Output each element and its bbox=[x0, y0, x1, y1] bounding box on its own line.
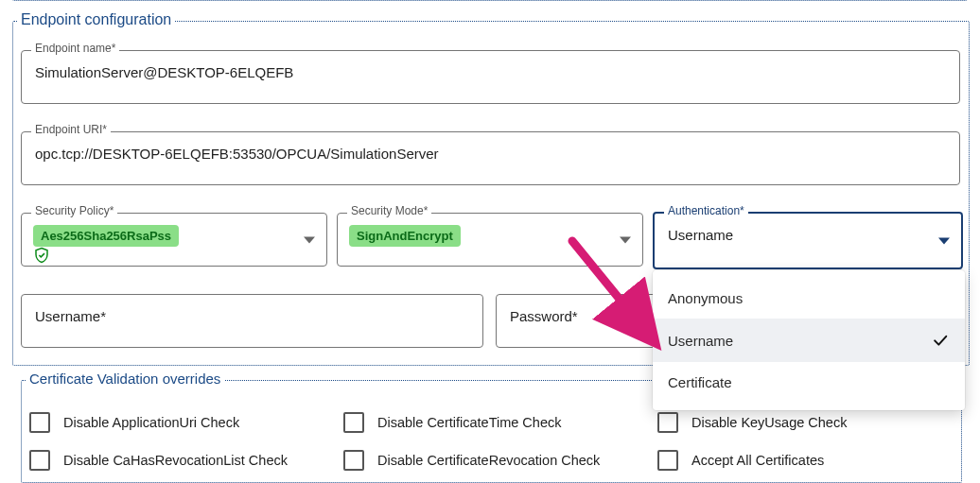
cert-check-label: Disable CertificateTime Check bbox=[377, 415, 561, 430]
caret-down-icon bbox=[304, 234, 315, 246]
checkbox-icon[interactable] bbox=[343, 450, 364, 471]
cert-check-2[interactable]: Disable KeyUsage Check bbox=[657, 412, 847, 433]
security-policy-value: Aes256Sha256RsaPss bbox=[41, 229, 171, 243]
checkbox-icon[interactable] bbox=[657, 412, 678, 433]
username-placeholder: Username* bbox=[22, 295, 482, 337]
endpoint-name-field[interactable]: Endpoint name* SimulationServer@DESKTOP-… bbox=[21, 50, 960, 104]
section-title: Endpoint configuration bbox=[17, 11, 175, 28]
authentication-label: Authentication* bbox=[664, 205, 748, 216]
cert-check-label: Disable KeyUsage Check bbox=[691, 415, 847, 430]
security-mode-label: Security Mode* bbox=[347, 205, 431, 216]
cert-check-3[interactable]: Disable CaHasRevocationList Check bbox=[29, 450, 288, 471]
auth-option-label: Username bbox=[668, 333, 733, 349]
top-dashed-border bbox=[12, 0, 968, 1]
auth-option-0[interactable]: Anonymous bbox=[653, 278, 965, 319]
endpoint-name-label: Endpoint name* bbox=[31, 43, 119, 54]
endpoint-uri-value: opc.tcp://DESKTOP-6ELQEFB:53530/OPCUA/Si… bbox=[22, 132, 959, 175]
checkbox-icon[interactable] bbox=[29, 450, 50, 471]
cert-check-label: Accept All Certificates bbox=[691, 453, 824, 468]
endpoint-name-value: SimulationServer@DESKTOP-6ELQEFB bbox=[22, 51, 959, 94]
shield-icon bbox=[33, 247, 289, 264]
username-field[interactable]: Username* bbox=[21, 294, 483, 348]
cert-check-label: Disable CertificateRevocation Check bbox=[377, 453, 600, 468]
auth-option-1[interactable]: Username bbox=[653, 319, 965, 362]
security-policy-chip: Aes256Sha256RsaPss bbox=[33, 225, 179, 247]
cert-check-label: Disable ApplicationUri Check bbox=[63, 415, 239, 430]
endpoint-uri-field[interactable]: Endpoint URI* opc.tcp://DESKTOP-6ELQEFB:… bbox=[21, 131, 960, 185]
cert-check-0[interactable]: Disable ApplicationUri Check bbox=[29, 412, 239, 433]
cert-check-5[interactable]: Accept All Certificates bbox=[657, 450, 824, 471]
caret-down-icon bbox=[938, 235, 950, 247]
endpoint-uri-label: Endpoint URI* bbox=[31, 124, 111, 135]
authentication-dropdown[interactable]: Anonymous Username Certificate bbox=[653, 270, 965, 410]
security-mode-chip: SignAndEncrypt bbox=[349, 225, 461, 247]
security-policy-label: Security Policy* bbox=[31, 205, 117, 216]
checkbox-icon[interactable] bbox=[343, 412, 364, 433]
cert-check-label: Disable CaHasRevocationList Check bbox=[63, 453, 288, 468]
security-policy-select[interactable]: Security Policy* Aes256Sha256RsaPss bbox=[21, 213, 327, 267]
auth-option-label: Certificate bbox=[668, 374, 732, 390]
annotation-arrow-icon bbox=[558, 232, 672, 364]
auth-option-2[interactable]: Certificate bbox=[653, 362, 965, 403]
security-mode-value: SignAndEncrypt bbox=[357, 229, 453, 243]
checkbox-icon[interactable] bbox=[657, 450, 678, 471]
authentication-value: Username bbox=[655, 214, 961, 256]
svg-line-0 bbox=[572, 241, 651, 337]
checkbox-icon[interactable] bbox=[29, 412, 50, 433]
cert-check-4[interactable]: Disable CertificateRevocation Check bbox=[343, 450, 600, 471]
cert-check-1[interactable]: Disable CertificateTime Check bbox=[343, 412, 561, 433]
authentication-select[interactable]: Authentication* Username bbox=[653, 212, 963, 269]
cert-overrides-title: Certificate Validation overrides bbox=[26, 371, 224, 387]
auth-option-label: Anonymous bbox=[668, 290, 743, 306]
checkmark-icon bbox=[931, 331, 950, 350]
